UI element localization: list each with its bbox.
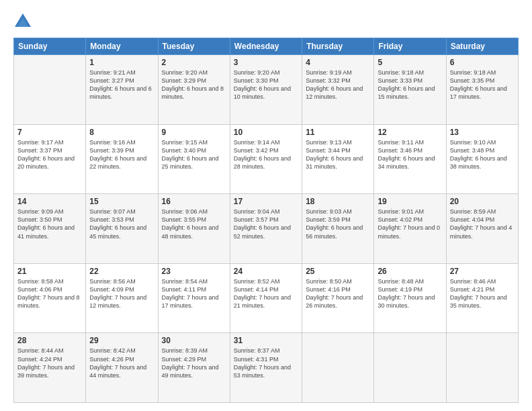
calendar-cell — [374, 333, 446, 403]
weekday-header-tuesday: Tuesday — [158, 38, 230, 55]
calendar-cell: 1Sunrise: 9:21 AMSunset: 3:27 PMDaylight… — [86, 55, 158, 125]
calendar-cell: 30Sunrise: 8:39 AMSunset: 4:29 PMDayligh… — [158, 333, 230, 403]
day-number: 7 — [17, 128, 82, 137]
day-info: Sunrise: 9:13 AMSunset: 3:44 PMDaylight:… — [306, 138, 370, 171]
calendar-body: 1Sunrise: 9:21 AMSunset: 3:27 PMDaylight… — [14, 55, 519, 403]
calendar-cell: 13Sunrise: 9:10 AMSunset: 3:48 PMDayligh… — [446, 124, 518, 194]
day-info: Sunrise: 9:20 AMSunset: 3:30 PMDaylight:… — [234, 68, 298, 101]
weekday-row: SundayMondayTuesdayWednesdayThursdayFrid… — [14, 38, 519, 55]
calendar-cell — [302, 333, 374, 403]
day-info: Sunrise: 9:17 AMSunset: 3:37 PMDaylight:… — [17, 138, 82, 171]
day-info: Sunrise: 9:09 AMSunset: 3:50 PMDaylight:… — [17, 208, 82, 240]
day-info: Sunrise: 8:39 AMSunset: 4:29 PMDaylight:… — [162, 347, 226, 379]
day-number: 30 — [162, 336, 226, 345]
calendar-table: SundayMondayTuesdayWednesdayThursdayFrid… — [13, 38, 519, 403]
calendar-cell: 7Sunrise: 9:17 AMSunset: 3:37 PMDaylight… — [14, 124, 86, 194]
calendar-cell: 5Sunrise: 9:18 AMSunset: 3:33 PMDaylight… — [374, 55, 446, 125]
week-row-2: 14Sunrise: 9:09 AMSunset: 3:50 PMDayligh… — [14, 194, 519, 264]
calendar-cell: 27Sunrise: 8:46 AMSunset: 4:21 PMDayligh… — [446, 263, 518, 333]
calendar-cell: 23Sunrise: 8:54 AMSunset: 4:11 PMDayligh… — [158, 263, 230, 333]
calendar-cell: 16Sunrise: 9:06 AMSunset: 3:55 PMDayligh… — [158, 194, 230, 264]
calendar-header: SundayMondayTuesdayWednesdayThursdayFrid… — [14, 38, 519, 55]
day-info: Sunrise: 9:01 AMSunset: 4:02 PMDaylight:… — [378, 208, 442, 240]
day-number: 11 — [306, 128, 370, 137]
calendar-cell: 2Sunrise: 9:20 AMSunset: 3:29 PMDaylight… — [158, 55, 230, 125]
day-number: 16 — [162, 197, 226, 206]
day-info: Sunrise: 8:54 AMSunset: 4:11 PMDaylight:… — [162, 277, 226, 310]
day-number: 5 — [378, 58, 442, 67]
day-number: 8 — [89, 128, 154, 137]
day-number: 17 — [234, 197, 298, 206]
calendar-cell: 22Sunrise: 8:56 AMSunset: 4:09 PMDayligh… — [86, 263, 158, 333]
day-info: Sunrise: 9:21 AMSunset: 3:27 PMDaylight:… — [89, 68, 154, 101]
calendar-cell: 15Sunrise: 9:07 AMSunset: 3:53 PMDayligh… — [86, 194, 158, 264]
day-number: 13 — [450, 128, 515, 137]
day-info: Sunrise: 9:10 AMSunset: 3:48 PMDaylight:… — [450, 138, 515, 171]
day-number: 1 — [89, 58, 154, 67]
day-info: Sunrise: 9:07 AMSunset: 3:53 PMDaylight:… — [89, 208, 154, 240]
day-number: 29 — [89, 336, 154, 345]
day-info: Sunrise: 9:15 AMSunset: 3:40 PMDaylight:… — [162, 138, 226, 171]
day-info: Sunrise: 9:20 AMSunset: 3:29 PMDaylight:… — [162, 68, 226, 101]
day-info: Sunrise: 9:19 AMSunset: 3:32 PMDaylight:… — [306, 68, 370, 101]
calendar-cell: 26Sunrise: 8:48 AMSunset: 4:19 PMDayligh… — [374, 263, 446, 333]
day-info: Sunrise: 8:50 AMSunset: 4:16 PMDaylight:… — [306, 277, 370, 310]
day-info: Sunrise: 8:42 AMSunset: 4:26 PMDaylight:… — [89, 347, 154, 379]
calendar-cell: 25Sunrise: 8:50 AMSunset: 4:16 PMDayligh… — [302, 263, 374, 333]
day-number: 14 — [17, 197, 82, 206]
day-info: Sunrise: 9:06 AMSunset: 3:55 PMDaylight:… — [162, 208, 226, 240]
calendar-cell: 31Sunrise: 8:37 AMSunset: 4:31 PMDayligh… — [230, 333, 302, 403]
calendar-cell: 28Sunrise: 8:44 AMSunset: 4:24 PMDayligh… — [14, 333, 86, 403]
weekday-header-friday: Friday — [374, 38, 446, 55]
calendar-cell: 18Sunrise: 9:03 AMSunset: 3:59 PMDayligh… — [302, 194, 374, 264]
day-number: 21 — [17, 267, 82, 276]
calendar-cell: 11Sunrise: 9:13 AMSunset: 3:44 PMDayligh… — [302, 124, 374, 194]
calendar-cell: 17Sunrise: 9:04 AMSunset: 3:57 PMDayligh… — [230, 194, 302, 264]
week-row-0: 1Sunrise: 9:21 AMSunset: 3:27 PMDaylight… — [14, 55, 519, 125]
day-info: Sunrise: 9:16 AMSunset: 3:39 PMDaylight:… — [89, 138, 154, 171]
day-info: Sunrise: 9:14 AMSunset: 3:42 PMDaylight:… — [234, 138, 298, 171]
calendar-cell: 21Sunrise: 8:58 AMSunset: 4:06 PMDayligh… — [14, 263, 86, 333]
day-number: 6 — [450, 58, 515, 67]
day-number: 31 — [234, 336, 298, 345]
day-info: Sunrise: 8:58 AMSunset: 4:06 PMDaylight:… — [17, 277, 82, 310]
calendar-cell: 19Sunrise: 9:01 AMSunset: 4:02 PMDayligh… — [374, 194, 446, 264]
day-number: 28 — [17, 336, 82, 345]
day-info: Sunrise: 8:37 AMSunset: 4:31 PMDaylight:… — [234, 347, 298, 379]
weekday-header-thursday: Thursday — [302, 38, 374, 55]
calendar-cell: 8Sunrise: 9:16 AMSunset: 3:39 PMDaylight… — [86, 124, 158, 194]
logo-icon — [13, 12, 32, 31]
day-number: 2 — [162, 58, 226, 67]
calendar-cell: 14Sunrise: 9:09 AMSunset: 3:50 PMDayligh… — [14, 194, 86, 264]
calendar-cell: 10Sunrise: 9:14 AMSunset: 3:42 PMDayligh… — [230, 124, 302, 194]
calendar-cell: 6Sunrise: 9:18 AMSunset: 3:35 PMDaylight… — [446, 55, 518, 125]
calendar-cell — [446, 333, 518, 403]
calendar-cell: 12Sunrise: 9:11 AMSunset: 3:46 PMDayligh… — [374, 124, 446, 194]
day-info: Sunrise: 9:04 AMSunset: 3:57 PMDaylight:… — [234, 208, 298, 240]
weekday-header-sunday: Sunday — [14, 38, 86, 55]
day-number: 10 — [234, 128, 298, 137]
calendar-cell — [14, 55, 86, 125]
day-number: 15 — [89, 197, 154, 206]
day-number: 22 — [89, 267, 154, 276]
week-row-1: 7Sunrise: 9:17 AMSunset: 3:37 PMDaylight… — [14, 124, 519, 194]
day-number: 25 — [306, 267, 370, 276]
day-info: Sunrise: 9:18 AMSunset: 3:35 PMDaylight:… — [450, 68, 515, 101]
day-info: Sunrise: 8:48 AMSunset: 4:19 PMDaylight:… — [378, 277, 442, 310]
day-info: Sunrise: 9:18 AMSunset: 3:33 PMDaylight:… — [378, 68, 442, 101]
weekday-header-monday: Monday — [86, 38, 158, 55]
day-number: 26 — [378, 267, 442, 276]
calendar-cell: 3Sunrise: 9:20 AMSunset: 3:30 PMDaylight… — [230, 55, 302, 125]
day-number: 18 — [306, 197, 370, 206]
day-number: 3 — [234, 58, 298, 67]
day-info: Sunrise: 9:03 AMSunset: 3:59 PMDaylight:… — [306, 208, 370, 240]
day-number: 24 — [234, 267, 298, 276]
day-number: 19 — [378, 197, 442, 206]
header — [13, 12, 519, 31]
calendar-cell: 20Sunrise: 8:59 AMSunset: 4:04 PMDayligh… — [446, 194, 518, 264]
day-info: Sunrise: 8:56 AMSunset: 4:09 PMDaylight:… — [89, 277, 154, 310]
logo — [13, 12, 35, 31]
calendar-page: SundayMondayTuesdayWednesdayThursdayFrid… — [0, 0, 532, 411]
day-number: 20 — [450, 197, 515, 206]
day-info: Sunrise: 8:46 AMSunset: 4:21 PMDaylight:… — [450, 277, 515, 310]
